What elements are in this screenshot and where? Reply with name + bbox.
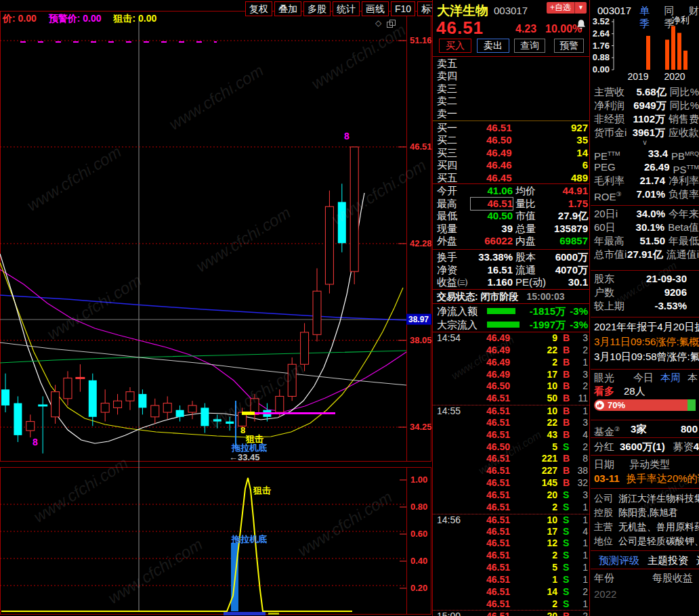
buy-level-row[interactable]: 买四46.466 — [433, 159, 589, 171]
svg-text:38.05: 38.05 — [410, 335, 432, 345]
tick-volume: 9 — [520, 332, 557, 344]
trade-button-查询[interactable]: 查询 — [514, 39, 545, 53]
buy-level-row[interactable]: 买一46.51927 — [433, 122, 589, 134]
stats-row: 今开41.06均价44.91 — [433, 185, 589, 198]
fin-value: 1102万 — [624, 112, 666, 126]
stat-label: 现量 — [437, 223, 457, 235]
fin-label: 净利润 — [594, 99, 624, 112]
tick-count: 2 — [572, 586, 588, 598]
tick-row: 46.511S1 — [433, 574, 589, 586]
trade-button-预警[interactable]: 预警 — [554, 39, 584, 53]
ratio-label2: 负债率 — [669, 188, 699, 201]
tick-row: 15:0046.5120B2 — [433, 610, 589, 616]
stats-row: 外盘66022内盘69857 — [433, 235, 589, 248]
svg-text:0.20: 0.20 — [410, 583, 427, 593]
chevron-down-icon[interactable]: ∨ — [591, 139, 699, 147]
buy-level-label: 买五 — [437, 172, 457, 184]
trade-button-卖出[interactable]: 卖出 — [477, 39, 509, 53]
ratio-value: 26.49 — [616, 160, 671, 174]
tick-price: 46.51 — [486, 405, 510, 417]
holder-row: 户数9206 — [591, 286, 699, 299]
bottom-tab-主题投资[interactable]: 主题投资 — [648, 554, 688, 567]
buy-level-row[interactable]: 买三46.4914 — [433, 147, 589, 159]
dividend-value: 3600万(1) — [620, 440, 665, 454]
holder-label: 户数 — [594, 286, 614, 299]
tick-direction: S — [563, 537, 569, 549]
svg-text:净利: 净利 — [672, 15, 690, 25]
holder-value: 9206 — [614, 286, 699, 299]
add-watchlist-label[interactable]: +自选 — [547, 2, 574, 14]
menu-item-复权[interactable]: 复权 — [245, 1, 272, 16]
news-line[interactable]: 3月10日09:58曾涨停:氟概 — [591, 349, 699, 364]
eye-tab-本[interactable]: 本 — [687, 371, 698, 384]
tick-list[interactable]: 14:5446.499B346.4922B246.492B146.4917B34… — [433, 332, 589, 616]
sell-level-row[interactable]: 卖五 — [433, 58, 589, 70]
sentiment-bar[interactable]: 70% — [594, 399, 696, 411]
news-line[interactable]: 2021年年报于4月20日披露 — [591, 320, 699, 334]
holder-stats: 股东21-09-30户数9206较上期-3.53% — [591, 272, 699, 313]
perf-value: 51.50 — [624, 234, 666, 248]
tick-price: 46.49 — [486, 345, 510, 356]
menu-item-叠加[interactable]: 叠加 — [274, 1, 301, 16]
fin-label2: 同比% — [670, 99, 699, 112]
tick-volume: 17 — [520, 526, 557, 537]
sidebar-bottom-tabs: 预测评级主题投资选 — [591, 554, 699, 567]
tick-row: 46.512S1 — [433, 502, 589, 514]
tick-price: 46.51 — [486, 574, 510, 586]
company-label: 公司 — [594, 491, 613, 506]
tick-price: 46.49 — [486, 357, 510, 368]
queue-separator — [433, 120, 589, 121]
sell-level-row[interactable]: 卖二 — [433, 95, 589, 107]
tick-volume: 10 — [520, 514, 557, 526]
flow-row: 大宗流入-1997万-3% — [433, 318, 589, 332]
chevron-down-icon[interactable]: ▼ — [574, 2, 587, 14]
dividend-row: 分红 3600万(1) 募资 4 — [591, 440, 699, 454]
eye-tab-今日[interactable]: 今日 — [633, 371, 654, 384]
ratio-label: ROE③ — [594, 188, 622, 201]
add-watchlist-button[interactable]: +自选 ▼ — [547, 2, 587, 14]
tick-volume: 2 — [520, 357, 557, 368]
menu-item-F10[interactable]: F10 — [391, 1, 415, 16]
sell-level-row[interactable]: 卖一 — [433, 108, 589, 120]
menu-item-多股[interactable]: 多股 — [303, 1, 331, 16]
quarterly-profit-chart[interactable]: 3.522.641.760.880.0020192020净利 — [591, 0, 699, 83]
sell-level-row[interactable]: 卖三 — [433, 83, 589, 95]
company-row: 控股陈阳贵,陈旭君 — [591, 506, 699, 520]
trade-buttons: 买入卖出查询预警 — [433, 39, 589, 53]
svg-text:0.40: 0.40 — [410, 556, 427, 566]
tick-volume: 5 — [520, 562, 557, 573]
fin-row: 货币金i3961万应收款 — [591, 126, 699, 139]
buy-level-volume: 35 — [534, 134, 588, 146]
overlap-panes-icon[interactable] — [387, 20, 395, 27]
tick-row: 46.515S1 — [433, 562, 589, 574]
events-block[interactable]: 日期 异动类型 03-11 换手率达20%的证 — [591, 458, 699, 486]
bottom-tab-选[interactable]: 选 — [696, 554, 699, 567]
valuation-ratios: PETTM33.4PBMRQPEG26.49PSTTM毛利率21.74净利率RO… — [591, 147, 699, 201]
stock-code: 003017 — [494, 5, 528, 16]
stat-label: 内盘 — [515, 235, 536, 247]
buy-level-row[interactable]: 买五46.45489 — [433, 172, 589, 184]
ratio-row: 毛利率21.74净利率 — [591, 174, 699, 188]
news-lines[interactable]: 2021年年报于4月20日披露3月11日09:56涨停:氟概念3月10日09:5… — [591, 320, 699, 364]
perf-value: 27.91亿 — [627, 248, 664, 261]
news-line[interactable]: 3月11日09:56涨停:氟概念 — [591, 334, 699, 349]
buy-level-row[interactable]: 买二46.5035 — [433, 134, 589, 146]
diamond-icon[interactable]: ◇ — [375, 18, 381, 28]
menu-item-统计[interactable]: 统计 — [333, 1, 360, 16]
menu-item-画线[interactable]: 画线 — [362, 1, 389, 16]
stat-label: 换手 — [437, 251, 457, 263]
chart-top-labels: 价: 0.00 预警价: 0.00 狙击: 0.00 — [3, 13, 166, 25]
bell-icon[interactable] — [575, 19, 587, 31]
sell-level-row[interactable]: 卖四 — [433, 70, 589, 82]
tick-direction: S — [563, 514, 569, 526]
tick-count: 1 — [572, 502, 588, 513]
bottom-tab-预测评级[interactable]: 预测评级 — [599, 554, 639, 567]
trade-button-买入[interactable]: 买入 — [439, 39, 471, 53]
svg-text:←33.45: ←33.45 — [229, 452, 260, 462]
main-chart[interactable]: 51.1646.5142.2838.0534.2538.97888狙击拖拉机底←… — [0, 0, 432, 616]
perf-row: 20日i34.0%今年来 — [591, 207, 699, 221]
forecast-partial-row: 2022 — [594, 588, 616, 601]
eye-tab-本周[interactable]: 本周 — [660, 371, 681, 384]
thumb-up-icon — [595, 401, 604, 410]
tick-direction: S — [563, 526, 569, 537]
